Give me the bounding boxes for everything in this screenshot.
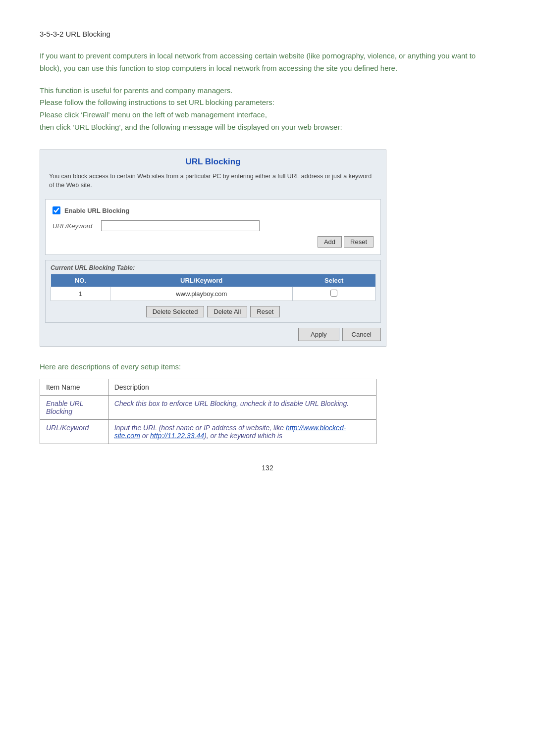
intro-paragraph-2: This function is useful for parents and … xyxy=(40,85,495,134)
reset-button[interactable]: Reset xyxy=(344,236,374,248)
here-text: Here are descriptions of every setup ite… xyxy=(40,362,495,371)
intro-line3: Please click ‘Firewall’ menu on the left… xyxy=(40,110,267,119)
keyword-label: URL/Keyword xyxy=(53,222,97,230)
apply-cancel-row: Apply Cancel xyxy=(40,328,386,346)
delete-all-button[interactable]: Delete All xyxy=(207,306,247,317)
desc-line2: or xyxy=(140,432,150,440)
table-row: 1 www.playboy.com xyxy=(51,287,375,301)
intro-line4: then click ‘URL Blocking’, and the follo… xyxy=(40,123,342,131)
delete-selected-button[interactable]: Delete Selected xyxy=(146,306,205,317)
col-no: NO. xyxy=(51,274,110,287)
link-ip-address[interactable]: http://11.22.33.44 xyxy=(150,432,204,440)
current-table-section: Current URL Blocking Table: NO. URL/Keyw… xyxy=(45,260,381,323)
url-blocking-table: NO. URL/Keyword Select 1 www.playboy.com xyxy=(51,274,375,301)
url-keyword-input[interactable] xyxy=(101,220,260,231)
enable-url-blocking-label: Enable URL Blocking xyxy=(64,207,129,214)
row-url: www.playboy.com xyxy=(110,287,293,301)
cancel-button[interactable]: Cancel xyxy=(342,328,381,341)
desc-line1: Input the URL (host name or IP address o… xyxy=(114,424,286,432)
enable-row: Enable URL Blocking xyxy=(53,206,374,214)
col-select: Select xyxy=(293,274,375,287)
intro-line2: Please follow the following instructions… xyxy=(40,98,274,106)
row-select xyxy=(293,287,375,301)
apply-button[interactable]: Apply xyxy=(298,328,339,341)
url-blocking-inner: Enable URL Blocking URL/Keyword Add Rese… xyxy=(45,199,381,255)
widget-description: You can block access to certain Web site… xyxy=(40,172,386,196)
desc-name-enable: Enable URL Blocking xyxy=(40,396,108,420)
desc-text-url-keyword: Input the URL (host name or IP address o… xyxy=(108,420,376,444)
desc-row-url-keyword: URL/Keyword Input the URL (host name or … xyxy=(40,420,376,444)
desc-name-url-keyword: URL/Keyword xyxy=(40,420,108,444)
add-button[interactable]: Add xyxy=(318,236,342,248)
description-table: Item Name Description Enable URL Blockin… xyxy=(40,379,376,444)
keyword-row: URL/Keyword xyxy=(53,220,374,231)
reset2-button[interactable]: Reset xyxy=(250,306,280,317)
desc-header-description: Description xyxy=(108,379,376,396)
intro-paragraph-1: If you want to prevent computers in loca… xyxy=(40,50,495,75)
row-no: 1 xyxy=(51,287,110,301)
add-reset-row: Add Reset xyxy=(53,236,374,248)
col-url-keyword: URL/Keyword xyxy=(110,274,293,287)
page-number: 132 xyxy=(40,464,495,472)
desc-text-enable: Check this box to enforce URL Blocking, … xyxy=(108,396,376,420)
intro-line1: This function is useful for parents and … xyxy=(40,86,232,95)
delete-row: Delete Selected Delete All Reset xyxy=(51,306,375,317)
desc-row-enable: Enable URL Blocking Check this box to en… xyxy=(40,396,376,420)
row-select-checkbox[interactable] xyxy=(330,290,337,297)
desc-line3: ), or the keyword which is xyxy=(204,432,282,440)
widget-title: URL Blocking xyxy=(40,150,386,172)
desc-header-name: Item Name xyxy=(40,379,108,396)
url-blocking-widget: URL Blocking You can block access to cer… xyxy=(40,150,386,347)
current-table-label: Current URL Blocking Table: xyxy=(51,264,375,271)
section-title: 3-5-3-2 URL Blocking xyxy=(40,30,495,38)
enable-url-blocking-checkbox[interactable] xyxy=(53,206,60,214)
